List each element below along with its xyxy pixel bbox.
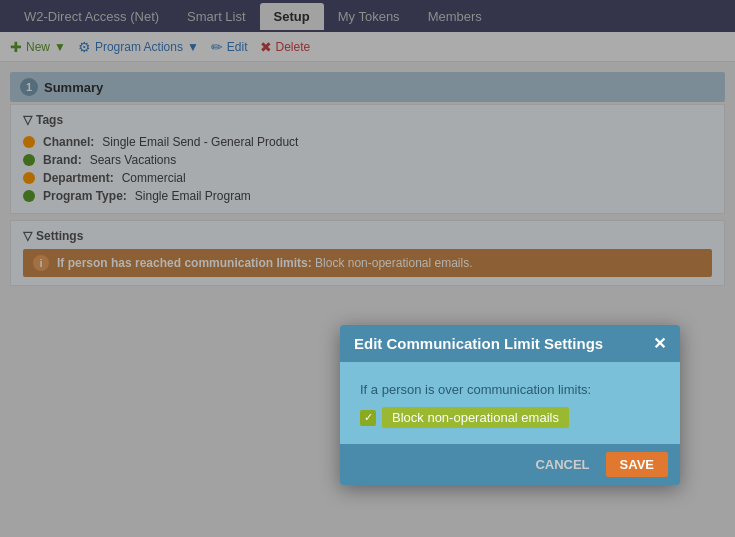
cancel-button[interactable]: CANCEL	[527, 452, 597, 477]
modal-body: If a person is over communication limits…	[340, 362, 680, 444]
block-emails-checkbox[interactable]: ✓	[360, 410, 376, 426]
modal-body-label: If a person is over communication limits…	[360, 382, 660, 397]
checkbox-row: ✓ Block non-operational emails	[360, 407, 660, 428]
modal-title: Edit Communication Limit Settings	[354, 335, 603, 352]
save-button[interactable]: SAVE	[606, 452, 668, 477]
close-icon[interactable]: ✕	[653, 336, 666, 352]
block-emails-label: Block non-operational emails	[382, 407, 569, 428]
modal-overlay: Edit Communication Limit Settings ✕ If a…	[0, 0, 735, 537]
modal-header: Edit Communication Limit Settings ✕	[340, 325, 680, 362]
edit-communication-limit-modal: Edit Communication Limit Settings ✕ If a…	[340, 325, 680, 485]
modal-footer: CANCEL SAVE	[340, 444, 680, 485]
